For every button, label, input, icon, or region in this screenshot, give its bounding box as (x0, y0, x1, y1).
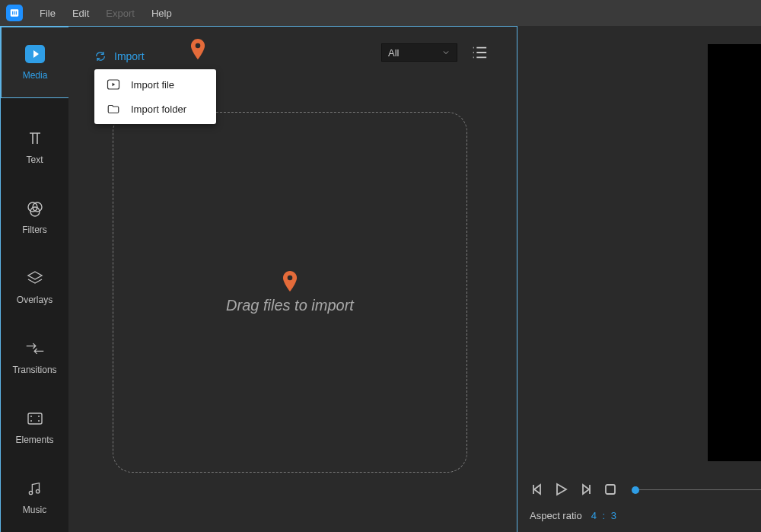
sidebar: Media Text Filters Overlays (0, 26, 68, 532)
svg-rect-14 (606, 485, 615, 494)
import-label: Import (114, 50, 145, 62)
refresh-icon (94, 50, 107, 62)
transport-controls (530, 483, 618, 496)
aspect-ratio-label: Aspect ratio (530, 510, 582, 521)
filter-value: All (388, 47, 399, 59)
play-box-icon (25, 45, 45, 63)
list-icon (471, 45, 488, 60)
svg-point-5 (30, 416, 32, 417)
scrubber-handle[interactable] (632, 486, 639, 494)
filters-icon (25, 199, 45, 218)
media-filter-select[interactable]: All (381, 43, 457, 62)
import-dropdown: Import file Import folder (94, 69, 216, 124)
menu-file[interactable]: File (32, 5, 63, 22)
sidebar-item-transitions[interactable]: Transitions (1, 339, 69, 375)
sidebar-label: Media (23, 70, 48, 81)
svg-rect-4 (28, 413, 42, 424)
music-icon (25, 479, 45, 499)
stop-button[interactable] (603, 483, 618, 496)
next-frame-button[interactable] (578, 483, 594, 496)
import-file-item[interactable]: Import file (94, 72, 216, 97)
overlays-icon (25, 269, 45, 288)
sidebar-label: Filters (22, 225, 47, 235)
app-logo-icon (6, 5, 23, 21)
playhead-scrubber[interactable] (632, 486, 761, 495)
preview-panel: Aspect ratio 4 : 3 (517, 26, 761, 532)
dropzone-text: Drag files to import (226, 297, 354, 314)
svg-point-13 (288, 275, 293, 280)
folder-icon (107, 103, 120, 115)
sidebar-item-overlays[interactable]: Overlays (1, 269, 69, 305)
chevron-down-icon (441, 48, 451, 57)
text-icon (25, 129, 45, 148)
import-folder-item[interactable]: Import folder (94, 97, 216, 121)
tutorial-marker-icon (190, 39, 205, 63)
sidebar-label: Music (23, 505, 46, 515)
sidebar-label: Transitions (12, 365, 56, 375)
sidebar-item-elements[interactable]: Elements (1, 409, 69, 445)
media-panel: Import All Import file Import folder (68, 26, 517, 532)
play-button[interactable] (554, 483, 569, 496)
aspect-ratio-value[interactable]: 4 : 3 (591, 510, 618, 521)
sidebar-label: Elements (15, 435, 53, 445)
media-toolbar: Import All (94, 43, 501, 69)
svg-point-7 (38, 416, 40, 417)
svg-point-10 (36, 489, 39, 492)
menu-edit[interactable]: Edit (65, 5, 97, 22)
prev-frame-button[interactable] (530, 483, 545, 496)
import-dropzone[interactable]: Drag files to import (113, 112, 467, 473)
sidebar-item-media[interactable]: Media (1, 27, 69, 98)
preview-viewport (708, 44, 761, 461)
dd-label: Import folder (131, 104, 186, 115)
sidebar-label: Text (26, 155, 43, 165)
sidebar-item-text[interactable]: Text (1, 129, 69, 165)
sidebar-item-filters[interactable]: Filters (1, 199, 69, 235)
menu-help[interactable]: Help (144, 5, 180, 22)
aspect-ratio-row: Aspect ratio 4 : 3 (530, 510, 618, 521)
import-button[interactable]: Import (94, 50, 145, 62)
svg-point-6 (30, 420, 32, 422)
menu-bar: File Edit Export Help (0, 0, 761, 26)
elements-icon (25, 409, 45, 428)
svg-point-11 (196, 43, 201, 49)
file-play-icon (107, 78, 120, 91)
svg-point-8 (38, 420, 40, 422)
list-view-toggle[interactable] (471, 45, 488, 63)
scrubber-track (632, 489, 761, 490)
sidebar-item-music[interactable]: Music (1, 479, 69, 515)
menu-export: Export (98, 5, 142, 22)
dd-label: Import file (131, 79, 174, 91)
tutorial-marker-icon (282, 271, 298, 295)
sidebar-label: Overlays (17, 295, 53, 305)
transitions-icon (25, 339, 45, 358)
